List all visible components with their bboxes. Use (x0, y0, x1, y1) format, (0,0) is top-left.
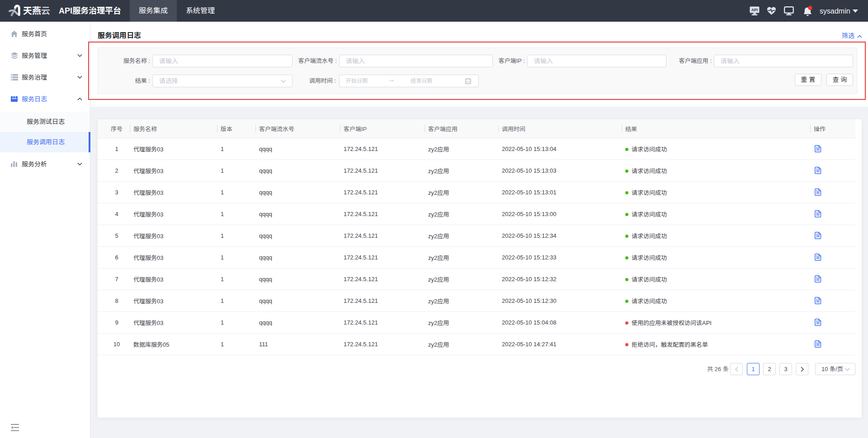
svg-text:API: API (751, 8, 758, 12)
